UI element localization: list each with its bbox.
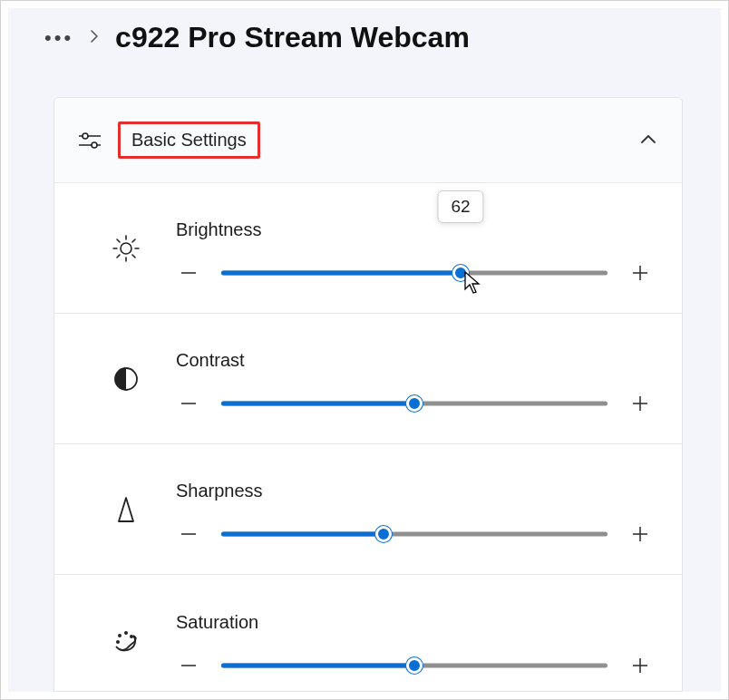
saturation-slider[interactable]	[221, 655, 608, 676]
setting-row-sharpness: Sharpness	[54, 444, 682, 575]
decrement-button[interactable]	[176, 260, 201, 286]
contrast-slider[interactable]	[221, 393, 608, 414]
setting-row-brightness: Brightness	[54, 183, 682, 314]
chevron-right-icon	[90, 30, 99, 46]
svg-point-24	[124, 631, 128, 635]
svg-point-4	[121, 243, 131, 254]
page-title: c922 Pro Stream Webcam	[115, 21, 470, 54]
setting-row-contrast: Contrast	[54, 314, 682, 444]
panel-title: Basic Settings	[118, 122, 260, 159]
sliders-icon	[76, 131, 103, 151]
decrement-button[interactable]	[176, 521, 201, 547]
brightness-slider[interactable]	[221, 262, 608, 284]
panel-header[interactable]: Basic Settings	[54, 98, 682, 183]
svg-point-25	[130, 635, 133, 638]
setting-label: Sharpness	[176, 481, 653, 501]
svg-point-23	[118, 634, 122, 637]
chevron-up-icon[interactable]	[640, 132, 656, 149]
increment-button[interactable]	[627, 653, 653, 678]
svg-line-10	[132, 255, 135, 258]
svg-point-1	[83, 133, 88, 139]
breadcrumb-more-icon[interactable]: •••	[44, 26, 73, 50]
sharpness-slider[interactable]	[221, 523, 608, 545]
setting-row-saturation: Saturation	[54, 575, 682, 692]
slider-value-tooltip: 62	[438, 190, 484, 223]
decrement-button[interactable]	[176, 391, 201, 416]
sharpness-icon	[76, 495, 176, 524]
breadcrumb: ••• c922 Pro Stream Webcam	[8, 8, 721, 63]
decrement-button[interactable]	[176, 653, 201, 678]
increment-button[interactable]	[627, 260, 653, 286]
svg-point-26	[116, 640, 120, 644]
svg-line-11	[117, 255, 120, 258]
saturation-icon	[76, 627, 176, 654]
svg-line-9	[117, 239, 120, 242]
svg-line-12	[132, 239, 135, 242]
setting-label: Saturation	[176, 612, 653, 633]
setting-label: Brightness	[176, 219, 653, 240]
increment-button[interactable]	[627, 391, 653, 416]
basic-settings-panel: Basic Settings	[53, 97, 683, 692]
setting-label: Contrast	[176, 350, 653, 371]
increment-button[interactable]	[627, 521, 653, 547]
svg-point-3	[92, 142, 97, 148]
contrast-icon	[76, 365, 176, 393]
brightness-icon	[76, 234, 176, 263]
